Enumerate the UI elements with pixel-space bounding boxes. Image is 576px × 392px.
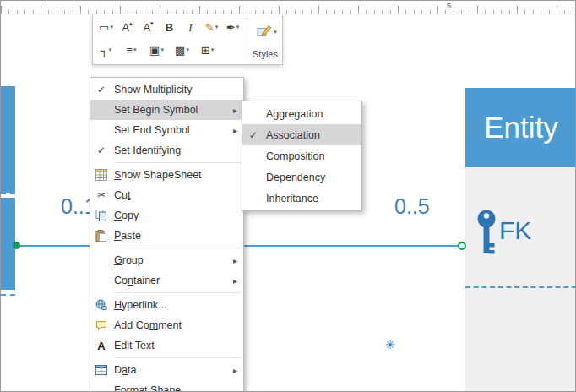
- left-entity-shape[interactable]: [1, 86, 15, 290]
- font-size-arrow-icon: ▴: [129, 20, 133, 26]
- menu-item-data[interactable]: Data▸: [90, 360, 243, 380]
- send-backward-button[interactable]: ▩▾: [172, 40, 192, 60]
- shapesheet-icon: [90, 169, 112, 181]
- copy-icon: [90, 210, 112, 221]
- check-icon: ✓: [242, 130, 264, 140]
- connector-endpoint-left[interactable]: [13, 242, 20, 249]
- menu-item-show-multiplicity[interactable]: ✓Show Multiplicity: [90, 79, 243, 100]
- italic-icon: I: [188, 22, 192, 33]
- italic-button[interactable]: I: [181, 17, 200, 37]
- submenu-arrow-icon: ▸: [233, 366, 237, 375]
- ruler-ticks: [1, 4, 575, 14]
- menu-item-label: Set End Symbol: [112, 124, 233, 136]
- dropdown-caret-icon: ▾: [186, 46, 189, 53]
- menu-item-show-shapesheet[interactable]: Show ShapeSheet: [90, 165, 243, 185]
- menu-item-dependency[interactable]: Dependency: [242, 166, 361, 188]
- menu-item-label: Format Shape: [112, 384, 237, 392]
- position-icon: ⊞: [201, 45, 210, 56]
- increase-font-button[interactable]: A▴: [117, 17, 137, 37]
- font-size-arrow-icon: ▾: [150, 20, 154, 26]
- dropdown-caret-icon: ▾: [110, 24, 113, 30]
- paste-icon: [90, 230, 112, 242]
- menu-item-set-begin-symbol[interactable]: Set Begin Symbol▸: [90, 100, 243, 120]
- menu-item-label: Show Multiplicity: [112, 84, 237, 95]
- menu-item-add-comment[interactable]: Add Comment: [90, 315, 243, 335]
- submenu-arrow-icon: ▸: [233, 256, 237, 265]
- hyperlink-icon: [90, 299, 112, 311]
- dropdown-caret-icon: ▾: [211, 46, 215, 53]
- menu-item-label: Show ShapeSheet: [112, 169, 237, 181]
- menu-item-group[interactable]: Group▸: [90, 250, 243, 270]
- toolbar-row-1: ▭▾A▴A▾BI✎▾✒▾: [96, 17, 242, 37]
- context-menu: ✓Show MultiplicitySet Begin Symbol▸Set E…: [90, 77, 244, 392]
- menu-item-label: Set Begin Symbol: [112, 104, 233, 116]
- highlighter-icon: ✎: [205, 22, 215, 33]
- position-button[interactable]: ⊞▾: [198, 40, 217, 60]
- entity-header: Entity: [465, 88, 576, 167]
- bold-button[interactable]: B: [160, 17, 179, 37]
- connector-endpoint-right[interactable]: [458, 242, 466, 250]
- check-icon: ✓: [90, 84, 112, 95]
- list-button[interactable]: ≡▾: [122, 40, 141, 60]
- menu-item-paste[interactable]: Paste: [90, 226, 243, 246]
- edit-text-icon: A: [90, 340, 112, 351]
- data-icon: [90, 364, 112, 376]
- ruler-number: 5: [447, 2, 451, 10]
- entity-shape[interactable]: Entity FK: [465, 88, 576, 392]
- menu-item-set-end-symbol[interactable]: Set End Symbol▸: [90, 120, 243, 140]
- menu-separator: [115, 357, 241, 358]
- styles-pen-icon: [257, 24, 273, 41]
- dropdown-caret-icon: ▾: [109, 46, 112, 53]
- menu-item-label: Edit Text: [112, 340, 237, 351]
- menu-separator: [115, 292, 241, 293]
- entity-body: FK: [465, 167, 576, 392]
- set-begin-symbol-submenu: Aggregation✓AssociationCompositionDepend…: [242, 101, 362, 211]
- decrease-font-button[interactable]: A▾: [139, 17, 158, 37]
- menu-separator: [115, 162, 241, 163]
- menu-item-label: Hyperlink...: [112, 299, 237, 311]
- entity-title: Entity: [484, 111, 558, 144]
- dropdown-caret-icon: ▾: [160, 46, 164, 53]
- increase-font-icon: A: [122, 22, 129, 33]
- bring-forward-button[interactable]: ▣▾: [147, 40, 166, 60]
- menu-item-inheritance[interactable]: Inheritance: [242, 188, 361, 209]
- menu-item-container[interactable]: Container▸: [90, 270, 243, 291]
- fk-label: FK: [499, 216, 531, 245]
- menu-item-label: Association: [264, 129, 356, 141]
- text-block-icon: ▭: [99, 22, 109, 33]
- left-entity-dashed-divider: [1, 193, 15, 198]
- bring-forward-icon: ▣: [149, 45, 160, 56]
- left-entity-dashed-line: [1, 294, 15, 296]
- menu-item-edit-text[interactable]: AEdit Text: [90, 335, 243, 356]
- menu-item-format-shape[interactable]: Format Shape: [90, 380, 243, 392]
- menu-item-cut[interactable]: ✂Cut: [90, 185, 243, 205]
- menu-item-label: Paste: [112, 230, 237, 242]
- visio-drawing-window: 5 0..1 0..5 Entity: [0, 0, 576, 392]
- text-block-button[interactable]: ▭▾: [96, 17, 116, 37]
- line-style-button[interactable]: ✒▾: [223, 17, 242, 37]
- dropdown-caret-icon: ▾: [274, 29, 277, 35]
- mini-toolbar: ▭▾A▴A▾BI✎▾✒▾ ┐▾≡▾▣▾▩▾⊞▾ ▾ Styles: [92, 14, 283, 65]
- menu-item-label: Set Identifying: [112, 144, 237, 156]
- submenu-arrow-icon: ▸: [233, 276, 237, 286]
- highlighter-button[interactable]: ✎▾: [202, 17, 221, 37]
- menu-item-association[interactable]: ✓Association: [242, 124, 361, 145]
- dropdown-caret-icon: ▾: [215, 24, 219, 30]
- menu-item-set-identifying[interactable]: ✓Set Identifying: [90, 140, 243, 161]
- submenu-arrow-icon: ▸: [233, 126, 237, 135]
- menu-item-copy[interactable]: Copy: [90, 205, 243, 226]
- connector-button[interactable]: ┐▾: [96, 40, 116, 60]
- list-icon: ≡: [126, 45, 133, 56]
- connection-point-icon: ✳: [385, 338, 395, 351]
- menu-item-label: Dependency: [264, 172, 356, 183]
- send-backward-icon: ▩: [175, 45, 185, 56]
- submenu-arrow-icon: ▸: [233, 106, 237, 115]
- connector-icon: ┐: [101, 45, 108, 56]
- menu-item-label: Cut: [112, 189, 237, 201]
- styles-button[interactable]: ▾: [252, 19, 282, 46]
- cut-icon: ✂: [90, 190, 112, 200]
- menu-item-hyperlink[interactable]: Hyperlink...: [90, 295, 243, 315]
- menu-item-label: Group: [112, 254, 233, 266]
- menu-item-composition[interactable]: Composition: [242, 145, 361, 166]
- menu-item-aggregation[interactable]: Aggregation: [242, 103, 361, 124]
